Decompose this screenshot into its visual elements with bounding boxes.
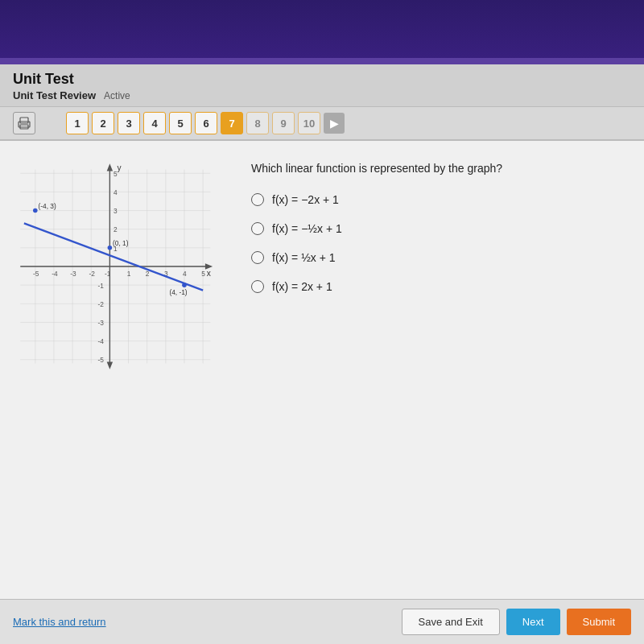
svg-text:2: 2 (114, 225, 118, 233)
next-question-arrow[interactable]: ▶ (324, 113, 345, 134)
main-container: Unit Test Unit Test Review Active 1 2 3 … (0, 64, 644, 644)
header: Unit Test Unit Test Review Active (0, 64, 644, 107)
next-button[interactable]: Next (506, 609, 560, 635)
question-num-6[interactable]: 6 (195, 112, 217, 134)
question-num-3[interactable]: 3 (118, 112, 140, 134)
question-num-7[interactable]: 7 (221, 112, 243, 134)
status-badge: Active (104, 90, 130, 101)
footer: Mark this and return Save and Exit Next … (0, 599, 644, 644)
question-number-list: 1 2 3 4 5 6 7 8 9 10 ▶ (66, 112, 345, 134)
footer-buttons: Save and Exit Next Submit (402, 609, 631, 635)
svg-text:-4: -4 (98, 337, 105, 345)
choice-b-label: f(x) = −½x + 1 (272, 222, 342, 235)
submit-button[interactable]: Submit (567, 609, 631, 635)
radio-c[interactable] (251, 251, 264, 264)
svg-text:4: 4 (114, 188, 118, 196)
question-num-10[interactable]: 10 (298, 112, 320, 134)
question-num-8[interactable]: 8 (246, 112, 269, 134)
spacer (0, 527, 644, 600)
svg-text:-5: -5 (33, 270, 39, 278)
svg-point-56 (182, 283, 187, 287)
graph-container: y x -5 -4 -3 -2 -1 1 2 3 4 5 5 4 3 2 1 -… (13, 154, 222, 514)
unit-test-review-label: Unit Test Review (13, 89, 96, 101)
svg-text:3: 3 (114, 207, 118, 215)
svg-text:(0, 1): (0, 1) (113, 239, 129, 247)
question-num-1[interactable]: 1 (66, 112, 89, 134)
page-title: Unit Test (13, 71, 631, 88)
svg-text:1: 1 (127, 270, 131, 278)
choice-a-label: f(x) = −2x + 1 (272, 193, 339, 206)
radio-a[interactable] (251, 193, 264, 206)
nav-bar: 1 2 3 4 5 6 7 8 9 10 ▶ (0, 107, 644, 141)
choice-d[interactable]: f(x) = 2x + 1 (251, 280, 618, 293)
svg-text:5: 5 (201, 270, 205, 278)
svg-text:-3: -3 (98, 319, 105, 327)
svg-text:-4: -4 (52, 270, 58, 278)
choice-a[interactable]: f(x) = −2x + 1 (251, 193, 618, 206)
choice-c-label: f(x) = ½x + 1 (272, 251, 336, 264)
svg-text:4: 4 (183, 270, 187, 278)
svg-text:-3: -3 (70, 270, 76, 278)
choice-b[interactable]: f(x) = −½x + 1 (251, 222, 618, 235)
coordinate-graph: y x -5 -4 -3 -2 -1 1 2 3 4 5 5 4 3 2 1 -… (13, 154, 214, 379)
answer-area: Which linear function is represented by … (238, 154, 631, 514)
svg-marker-26 (107, 163, 113, 171)
svg-point-52 (33, 208, 38, 213)
svg-text:-1: -1 (98, 282, 105, 290)
save-exit-button[interactable]: Save and Exit (402, 609, 500, 635)
svg-marker-28 (107, 362, 113, 369)
top-bar (0, 0, 644, 64)
svg-text:-5: -5 (98, 356, 105, 364)
radio-d[interactable] (251, 280, 264, 293)
svg-text:(4, -1): (4, -1) (169, 288, 187, 296)
mark-return-link[interactable]: Mark this and return (13, 616, 106, 628)
svg-text:y: y (118, 163, 122, 172)
question-num-5[interactable]: 5 (169, 112, 192, 134)
svg-text:5: 5 (114, 170, 118, 178)
question-text: Which linear function is represented by … (251, 160, 618, 177)
svg-text:(-4, 3): (-4, 3) (38, 202, 56, 210)
print-button[interactable] (13, 112, 35, 134)
choice-c[interactable]: f(x) = ½x + 1 (251, 251, 618, 264)
question-num-9[interactable]: 9 (272, 112, 295, 134)
radio-b[interactable] (251, 222, 264, 235)
choice-d-label: f(x) = 2x + 1 (272, 280, 332, 293)
svg-text:-2: -2 (98, 300, 105, 308)
svg-text:x: x (207, 269, 211, 278)
svg-point-54 (108, 246, 113, 250)
svg-rect-0 (20, 118, 28, 123)
question-num-2[interactable]: 2 (92, 112, 114, 134)
svg-text:-1: -1 (105, 270, 111, 278)
question-area: y x -5 -4 -3 -2 -1 1 2 3 4 5 5 4 3 2 1 -… (0, 141, 644, 527)
svg-text:-2: -2 (89, 270, 95, 278)
question-num-4[interactable]: 4 (143, 112, 166, 134)
